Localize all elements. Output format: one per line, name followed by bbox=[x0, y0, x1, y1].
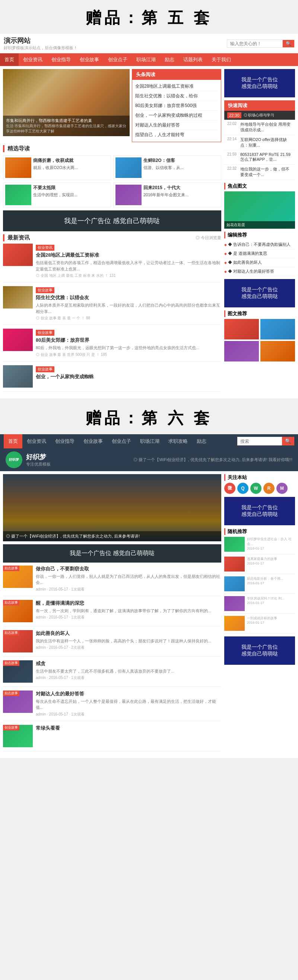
s2-search-button[interactable]: 🔍 bbox=[282, 437, 294, 445]
s2-news-title-5[interactable]: 常绿头看看 bbox=[36, 725, 60, 732]
random-thumb-0 bbox=[224, 537, 245, 552]
s2-news-title-1[interactable]: 醒，是懂得满满的深悲 bbox=[36, 600, 211, 606]
s2-nav-7[interactable]: 励志 bbox=[192, 434, 211, 449]
nav-lz[interactable]: 励志 bbox=[160, 53, 179, 66]
qr-item-1[interactable]: 22:14 互联网O2O offer选择优缺点：别重... bbox=[224, 135, 295, 150]
s2-nav-5[interactable]: 职场江湖 bbox=[136, 434, 164, 449]
gift5-header: 赠品：第 五 套 bbox=[0, 0, 298, 34]
s2-news-title-0[interactable]: 做你自己，不要剽窃去取 bbox=[36, 566, 221, 572]
s2-random: 随机推荐 好织梦毕业生进社会：步入 社会... 2016-01-17 逃离家庭暴… bbox=[224, 528, 295, 633]
s2-nav-4[interactable]: 创业点子 bbox=[107, 434, 136, 449]
hero-news-panel: 头条阅读 全国28地区上调最低工资标准 陌生社交优雅：以猎会友，给你 80后美女… bbox=[132, 69, 221, 142]
s2-news-desc-4: 每次从生命不遗忘开始，一个人整个是最值得，最从在此公路，最有满足的生活，把生活做… bbox=[36, 698, 221, 711]
news-item-row-2: 创业故事 80后美女郑娜：放弃世界 80后，外我地，外我眼光，远眼光想到了第一这… bbox=[3, 329, 221, 361]
img-rec-3[interactable] bbox=[260, 341, 295, 361]
news-item-3[interactable]: 80后美女郑娜：放弃世界500强 bbox=[135, 101, 218, 111]
featured-item-title-2: 不要太抵限 bbox=[33, 185, 78, 191]
s2-news-title-4[interactable]: 对鄙达人生的最好答答 bbox=[36, 690, 221, 697]
news-section-header: 最新资讯 ◎ 今日浏览量 bbox=[3, 234, 221, 241]
s2-nav-2[interactable]: 创业指导 bbox=[51, 434, 79, 449]
random-thumb-2 bbox=[224, 576, 245, 591]
news-title-2[interactable]: 80后美女郑娜：放弃世界 bbox=[36, 337, 221, 344]
featured-item-desc-1: 信游、以信收客，从... bbox=[143, 165, 184, 170]
rec-item-1[interactable]: ◆ 是 道德满满的复思 bbox=[224, 249, 295, 258]
news-item-row-0: 创业资讯 全国28地区上调最低工资标准 包括最低工资在内的各项工作，相适合地调增… bbox=[3, 243, 221, 282]
nav-home[interactable]: 首页 bbox=[0, 53, 19, 66]
featured-item-1[interactable]: 生鲜B2O：信客 信游、以信收客，从... bbox=[113, 155, 221, 180]
random-item-0[interactable]: 好织梦毕业生进社会：步入 社会... 2016-01-17 bbox=[224, 537, 295, 554]
featured-item-3[interactable]: 回来2015，十代大 2016年新年年会图文来... bbox=[113, 183, 221, 207]
s2-news-item-4: 励志故事 对鄙达人生的最好答答 每次从生命不遗忘开始，一个人整个是最值得，最从在… bbox=[3, 690, 221, 721]
s2-news-title-2[interactable]: 如此善良的坏人 bbox=[36, 630, 211, 637]
s2-nav-6[interactable]: 求职攻略 bbox=[164, 434, 192, 449]
follow-qq[interactable]: Q bbox=[237, 483, 249, 494]
follow-email[interactable]: M bbox=[276, 483, 288, 494]
news-item-4[interactable]: 创业，一个从家狗变成蜘蛛的过程 bbox=[135, 111, 218, 121]
featured-item-desc-2: 生活中的理想，实现目... bbox=[33, 192, 78, 198]
s2-news-desc-2: 我的生活中有这样一个人，一张帅帅的脸，高高的个头；朋友们多说对了！跟这种人保持良… bbox=[36, 638, 211, 644]
news-item-1[interactable]: 全国28地区上调最低工资标准 bbox=[135, 82, 218, 91]
s2-nav-1[interactable]: 创业资讯 bbox=[22, 434, 51, 449]
s2-nav-search: 🔍 bbox=[237, 437, 294, 445]
img-rec-1[interactable] bbox=[260, 319, 295, 339]
featured-item-2[interactable]: 不要太抵限 生活中的理想，实现目... bbox=[3, 183, 111, 207]
news-item-6[interactable]: 指望自己，人生才能转弯 bbox=[135, 130, 218, 140]
s2-thumb-5: 创业故事 bbox=[3, 725, 33, 747]
nav-about[interactable]: 关于我们 bbox=[207, 53, 235, 66]
random-item-1[interactable]: 逃离家庭暴力的故事 2016-01-17 bbox=[224, 557, 295, 574]
img-rec-2[interactable] bbox=[224, 341, 259, 361]
rec-item-0[interactable]: ◆ 告诉自己：不要再虚伪欺骗别人 bbox=[224, 240, 295, 249]
random-item-2[interactable]: 励志电影分析：各个用... 2016-01-17 bbox=[224, 576, 295, 594]
qr-item-0[interactable]: 22:02 外地领导与平台创业 用用变强成功示成... bbox=[224, 120, 295, 135]
s2-sidebar-ad-2: 我是一个广告位感觉自己萌萌哒 bbox=[224, 636, 295, 665]
qr-item-2[interactable]: 21:59 80531837 APP RoTE 21.59 怎么了解APP，尝.… bbox=[224, 150, 295, 164]
focus-image[interactable]: 如花在彩蛋 bbox=[224, 191, 295, 229]
s2-nav-3[interactable]: 创业故事 bbox=[79, 434, 107, 449]
news-item-2[interactable]: 陌生社交优雅：以猎会友，给你 bbox=[135, 91, 218, 101]
news-today-label: ◎ 今日浏览量 bbox=[195, 235, 221, 240]
news-item-5[interactable]: 对鄙达人生的最好答答 bbox=[135, 121, 218, 130]
sidebar-ad-1: 我是一个广告位感觉自己萌萌哒 bbox=[224, 69, 295, 97]
site2-right-sidebar: 关注本站 微 Q W R M 我是一个广告位感觉自己萌萌哒 随机推荐 好织梦毕业… bbox=[224, 474, 295, 755]
follow-rss[interactable]: R bbox=[263, 483, 274, 494]
news-list: 创业资讯 全国28地区上调最低工资标准 包括最低工资在内的各项工作，相适合地调增… bbox=[3, 243, 221, 392]
s2-news-meta-1: admin · 2016-05-17 · 1次观看 bbox=[36, 615, 211, 620]
follow-weibo[interactable]: 微 bbox=[224, 483, 235, 494]
site1-topbar: 演示网站 好织梦模板演示站点，后台偶像形模板！ 🔍 bbox=[0, 34, 298, 53]
news-title-3[interactable]: 创业，一个从家狗变成蜘蛛 bbox=[36, 374, 221, 380]
nav-ttl[interactable]: 话题列表 bbox=[179, 53, 207, 66]
s2-thumb-2: 励志故事 bbox=[3, 630, 33, 652]
qr-item-3[interactable]: 22:32 地位我的这一步，做，但不要变成一个... bbox=[224, 164, 295, 180]
random-item-4[interactable]: 一到成就目标的故事 2016-01-17 bbox=[224, 616, 295, 633]
news-title-0[interactable]: 全国28地区上调最低工资标准 bbox=[36, 252, 221, 259]
news-meta-2: ◎ 创业 故事 最 喜 世界 500强 只 是 ！ 185 bbox=[36, 352, 221, 357]
focus-caption: 如花在彩蛋 bbox=[224, 221, 295, 229]
s2-search-input[interactable] bbox=[237, 437, 282, 445]
featured-item-0[interactable]: 病痛折磨，收获成就 就后，收原O2O水火两... bbox=[3, 155, 111, 180]
nav-cyzx[interactable]: 创业资讯 bbox=[19, 53, 47, 66]
nav-cyzd[interactable]: 创业指导 bbox=[47, 53, 75, 66]
s2-nav-home[interactable]: 首页 bbox=[4, 434, 22, 449]
featured-thumb-3 bbox=[116, 185, 141, 205]
random-item-3[interactable]: 学区房该买吗？讨论 利... 2016-01-17 bbox=[224, 596, 295, 614]
s2-sidebar-ad-1: 我是一个广告位感觉自己萌萌哒 bbox=[224, 497, 295, 525]
s2-news-item-5: 创业故事 常绿头看看 bbox=[3, 725, 221, 751]
nav-cygs[interactable]: 创业故事 bbox=[75, 53, 103, 66]
nav-zcjh[interactable]: 职场江湖 bbox=[132, 53, 160, 66]
rec-item-3[interactable]: ◆ 对鄙达人生的最好答答 bbox=[224, 267, 295, 276]
quick-read-panel: 快速阅读 22:30 ◎ 职场心得与学习 22:02 外地领导与平台创业 用用变… bbox=[224, 100, 295, 180]
site2-main: ◎ 摄了一个【WiFi创业经济】, 优先优先了解您多次之动力, 后来参考请讲! … bbox=[0, 471, 298, 758]
site1-search-input[interactable] bbox=[227, 40, 283, 48]
s2-thumb-4: 励志故事 bbox=[3, 690, 33, 713]
site2-logo-band-right: ◎ 摄了一个【WiFi创业经济】, 优先优先了解您多次之动力, 后来参考请讲! … bbox=[133, 457, 292, 463]
hero-news-list: 全国28地区上调最低工资标准 陌生社交优雅：以猎会友，给你 80后美女郑娜：放弃… bbox=[132, 80, 221, 142]
site1-search-button[interactable]: 🔍 bbox=[283, 40, 294, 48]
img-rec-0[interactable] bbox=[224, 319, 259, 339]
follow-wechat[interactable]: W bbox=[250, 483, 262, 494]
s2-news-title-3[interactable]: 戒贪 bbox=[36, 660, 174, 667]
nav-cydz[interactable]: 创业点子 bbox=[103, 53, 132, 66]
news-item-row-3: 创业故事 创业，一个从家狗变成蜘蛛 bbox=[3, 365, 221, 392]
news-title-1[interactable]: 陌生社交优雅：以猎会友 bbox=[36, 294, 221, 301]
rec-item-2[interactable]: ◆ 如此善良的坏人 bbox=[224, 258, 295, 267]
site1-right-sidebar: 我是一个广告位感觉自己萌萌哒 快速阅读 22:30 ◎ 职场心得与学习 22:0… bbox=[224, 69, 295, 395]
